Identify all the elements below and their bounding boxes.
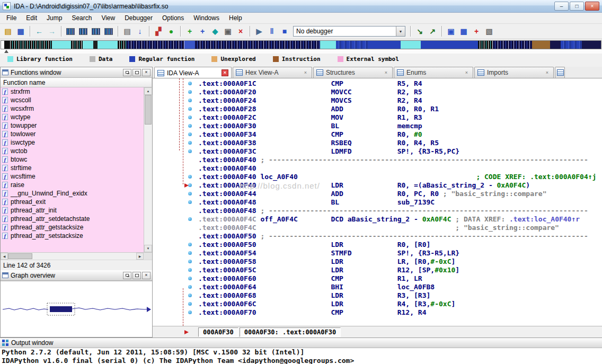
menu-item-debugger[interactable]: Debugger [120,13,157,23]
graph-overview-titlebar[interactable]: Graph overview × [1,270,152,281]
address-dot[interactable] [188,310,192,314]
address-dot[interactable] [188,99,192,102]
asm-line[interactable]: .text:000A0F40 ; -----------------------… [198,156,602,164]
asm-line[interactable]: .text:000A0F40 LDR R0, =(aBasic_string_2… [198,181,602,190]
menu-item-help[interactable]: Help [224,13,247,23]
asm-line[interactable]: .text:000A0F44 ADD R0, PC, R0 ; "basic_s… [198,190,602,198]
nav-band-small-icon-1[interactable] [65,26,76,37]
title-bar[interactable]: IDA - D:\Android\digissin07_07\libs\arme… [0,0,602,13]
address-dot[interactable] [188,285,192,289]
asm-line[interactable]: .text:000A0F20 MOVCC R2, R5 [198,88,602,96]
tab-close-icon[interactable]: × [302,69,309,76]
function-list-item[interactable]: raise [1,181,144,189]
address-dot[interactable] [188,183,192,187]
address-dot[interactable] [188,268,192,272]
function-list-item[interactable]: pthread_exit [1,198,144,206]
menu-item-search[interactable]: Search [67,13,96,23]
address-dot[interactable] [188,192,192,196]
jump-address-icon[interactable]: ↓ [134,26,146,37]
asm-line[interactable]: .text:000A0F38 RSBEQ R0, R4, R5 [198,139,602,147]
start-process-icon[interactable]: ▶ [253,26,265,37]
address-dot[interactable] [188,116,192,119]
function-list-item[interactable]: pthread_attr_setstacksize [1,232,144,240]
graph-restore-button[interactable] [123,272,131,279]
address-dot[interactable] [188,149,192,153]
menu-item-view[interactable]: View [96,13,120,23]
asm-line[interactable]: .text:000A0F50 LDR R0, [R0] [198,241,602,249]
function-list-item[interactable]: pthread_attr_getstacksize [1,223,144,232]
nav-band-small-icon-4[interactable] [103,26,114,37]
tab-structures[interactable]: Structures× [313,67,393,78]
asm-line[interactable]: .text:000A0F40 [198,164,602,173]
trace-icon[interactable]: ◆ [209,26,221,37]
address-dot[interactable] [188,107,192,111]
asm-line[interactable]: .text:000A0F3C LDMFD SP!, {R3-R5,PC} [198,147,602,156]
asm-line[interactable]: .text:000A0F24 MOVCS R2, R4 [198,96,602,105]
add-view-icon[interactable]: + [471,26,482,37]
address-dot[interactable] [188,132,192,136]
function-list-item[interactable]: pthread_attr_setdetachstate [1,215,144,223]
asm-line[interactable]: .text:000A0F5C LDR R12, [SP,#0x10] [198,266,602,274]
nav-band-small-icon-2[interactable] [77,26,89,37]
address-dot[interactable] [188,217,192,221]
function-list-item[interactable]: towlower [1,130,144,138]
address-dot[interactable] [188,251,192,255]
colors-icon[interactable]: ● [165,26,177,37]
combo-dropdown-icon[interactable]: ▼ [396,26,405,36]
nav-band-small-icon-3[interactable] [90,26,102,37]
menu-item-options[interactable]: Options [157,13,189,23]
open-file-icon[interactable]: ▤ [2,26,14,37]
function-list-item[interactable]: __gnu_Unwind_Find_exidx [1,189,144,198]
asm-line[interactable]: .text:000A0F50 ; -----------------------… [198,232,602,241]
function-list-item[interactable]: strftime [1,164,144,172]
function-list-item[interactable]: towupper [1,121,144,130]
windows-list-icon[interactable]: ▦ [458,26,470,37]
address-dot[interactable] [188,302,192,306]
vertical-scroll-track[interactable] [144,125,152,245]
address-dot[interactable] [188,82,192,85]
debugger-select[interactable]: No debugger▼ [293,26,405,37]
minimize-button[interactable]: – [554,2,569,11]
create-function-icon[interactable]: + [184,26,196,37]
menu-item-jump[interactable]: Jump [42,13,67,23]
close-button[interactable]: × [585,2,599,11]
asm-line[interactable]: .text:000A0F40 loc_A0F40 ; CODE XREF: .t… [198,173,602,181]
patch-icon[interactable]: ▣ [222,26,234,37]
function-list-item[interactable]: btowc [1,155,144,164]
tab-ida-view-a[interactable]: IDA View-A× [154,67,232,78]
step-into-icon[interactable]: ↘ [414,26,426,37]
step-over-icon[interactable]: ↗ [427,26,438,37]
tab-close-icon[interactable]: × [463,69,470,76]
panel-restore-button[interactable] [123,69,131,76]
function-name-column-header[interactable]: Function name [1,78,152,87]
asm-line[interactable]: .text:000A0F4C ; "basic_string::compare" [198,224,602,232]
asm-line[interactable]: .text:000A0F54 STMFD SP!, {R3-R5,LR} [198,249,602,258]
asm-line[interactable]: .text:000A0F58 LDR LR, [R0,#-0xC] [198,258,602,266]
panel-close-button[interactable]: × [142,69,150,76]
horizontal-scroll-track[interactable] [32,253,136,260]
address-dot[interactable] [188,200,192,204]
printer-icon[interactable]: ▤ [121,26,133,37]
asm-line[interactable]: .text:000A0F68 LDR R3, [R3] [198,291,602,300]
tab-close-icon[interactable]: × [222,69,228,76]
navigation-band[interactable] [1,40,601,49]
asm-line[interactable]: .text:000A0F34 CMP R0, #0 [198,130,602,139]
address-dot[interactable] [188,175,192,179]
output-log[interactable]: Python 2.7.2 (default, Jun 12 2011, 15:0… [0,348,602,364]
functions-vertical-scrollbar[interactable]: ▲ ▼ [144,87,152,252]
asm-line[interactable]: .text:000A0F30 BL memcmp [198,122,602,130]
save-file-icon[interactable]: ▦ [15,26,26,37]
address-dot[interactable] [188,141,192,145]
function-list-item[interactable]: wcscoll [1,96,144,104]
graph-overview-canvas[interactable] [1,281,152,337]
functions-horizontal-scrollbar[interactable]: ◀ ▶ [1,252,152,260]
address-dot[interactable] [188,90,192,94]
function-list-item[interactable]: pthread_attr_init [1,206,144,215]
asm-line[interactable]: .text:000A0F2C MOV R1, R3 [198,113,602,122]
tab-close-icon[interactable]: × [383,69,389,76]
address-dot[interactable] [188,277,192,280]
asm-line[interactable]: .text:000A0F4C off_A0F4C DCD aBasic_stri… [198,215,602,224]
function-list-item[interactable]: iswctype [1,138,144,147]
function-list-item[interactable]: wcsxfrm [1,104,144,113]
output-window-titlebar[interactable]: Output window [0,338,602,348]
